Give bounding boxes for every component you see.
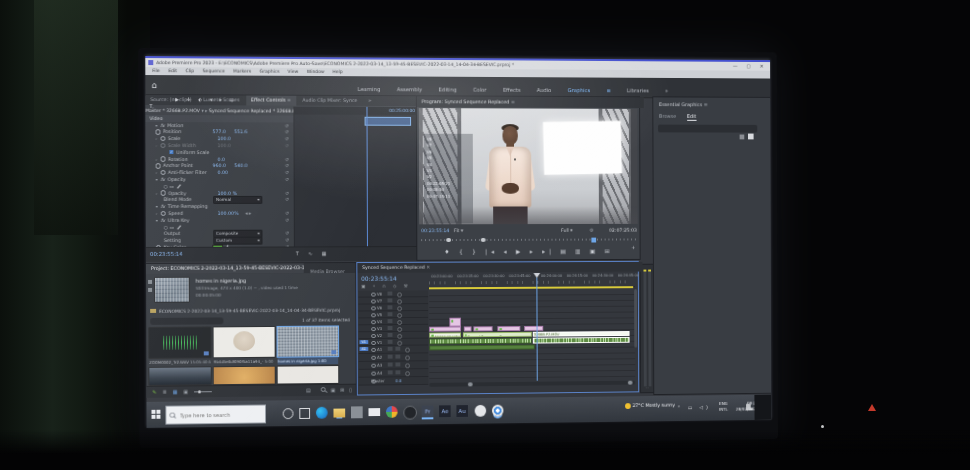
track-toggle[interactable]	[388, 340, 393, 344]
clip-video-v1[interactable]: 3266B.P2.MOV	[429, 332, 461, 338]
solo-toggle[interactable]	[395, 355, 400, 359]
reset-icon[interactable]: ↺	[285, 211, 289, 216]
menu-graphics[interactable]: Graphics	[260, 69, 280, 74]
export-frame-icon[interactable]: ▣	[590, 247, 599, 254]
rect-mask-icon[interactable]: ▭	[170, 184, 176, 189]
freeform-view-icon[interactable]: ▣	[183, 388, 188, 394]
track-toggle[interactable]	[388, 319, 393, 323]
project-item-image[interactable]	[214, 327, 275, 357]
project-item-selected[interactable]	[277, 326, 338, 356]
new-bin-icon[interactable]: ▣	[331, 387, 336, 393]
project-item-partial[interactable]	[149, 367, 210, 385]
preview-thumbnail[interactable]	[155, 278, 189, 302]
close-icon[interactable]: ✕	[426, 265, 430, 270]
track-toggle[interactable]	[388, 312, 393, 316]
reset-icon[interactable]: ↺	[285, 197, 289, 202]
reset-icon[interactable]: ↺	[285, 164, 289, 169]
mute-toggle[interactable]	[388, 363, 393, 367]
zoom-handle-left[interactable]	[446, 238, 450, 242]
lock-icon[interactable]	[371, 327, 375, 332]
program-timecode[interactable]: 00:23:55:14	[421, 226, 449, 235]
track-toggle[interactable]	[388, 326, 393, 330]
lock-icon[interactable]	[371, 320, 375, 325]
clip-graphic-v2[interactable]	[463, 326, 471, 331]
track-header-master[interactable]: Master0.0	[359, 377, 429, 386]
play-preview-icon[interactable]	[148, 288, 152, 292]
pen-mask-icon[interactable]	[177, 184, 181, 188]
menu-file[interactable]: File	[152, 68, 160, 73]
timeline-tracks-area[interactable]: 3266B.P2.MOV Synced Sequence Re 3266B.P2…	[429, 289, 635, 379]
track-output-toggle[interactable]	[397, 327, 402, 332]
record-toggle[interactable]	[405, 363, 410, 368]
lock-icon[interactable]	[371, 364, 375, 369]
find-icon[interactable]	[316, 387, 326, 393]
language-indicator[interactable]: ENGINTL	[719, 401, 728, 413]
keyframe-playhead[interactable]	[366, 107, 367, 246]
track-toggle[interactable]	[387, 292, 392, 296]
zoom-handle-right[interactable]	[481, 237, 485, 241]
scrubber-track[interactable]	[421, 238, 636, 240]
lock-icon[interactable]	[371, 299, 375, 304]
window-controls[interactable]: — ▢ ✕	[733, 62, 768, 71]
keyframe-nav-icons[interactable]: ◂ ▸	[245, 211, 251, 216]
tools-strip[interactable]: ▶ ✛ ⬖ ◂ ▸ ▭	[175, 95, 266, 103]
menu-clip[interactable]: Clip	[186, 68, 195, 73]
reset-icon[interactable]: ↺	[285, 123, 289, 128]
horizontal-scrollbar[interactable]	[429, 381, 635, 387]
reset-icon[interactable]: ↺	[285, 238, 289, 243]
program-scrubber[interactable]	[421, 237, 636, 244]
comparison-view-icon[interactable]: ⊞	[605, 247, 614, 254]
timeline-timecode[interactable]: 00:23:55:14	[361, 275, 397, 282]
reset-icon[interactable]: ↺	[285, 130, 289, 135]
store-icon[interactable]	[351, 406, 363, 418]
clip-graphic-v2[interactable]	[474, 326, 493, 331]
mute-toggle[interactable]	[388, 371, 393, 375]
record-toggle[interactable]	[405, 347, 410, 352]
aftereffects-taskbar-icon[interactable]: Ae	[439, 405, 451, 417]
menu-window[interactable]: Window	[307, 69, 325, 74]
file-explorer-icon[interactable]	[333, 409, 345, 418]
start-button[interactable]	[151, 410, 160, 419]
audition-taskbar-icon[interactable]: Au	[456, 405, 468, 417]
clip-graphic-v2[interactable]	[498, 326, 521, 331]
mute-toggle[interactable]	[388, 347, 393, 351]
lock-icon[interactable]	[371, 292, 375, 297]
record-toggle[interactable]	[405, 355, 410, 360]
reset-icon[interactable]: ↺	[285, 218, 289, 223]
list-view-icon[interactable]: ≣	[163, 389, 167, 395]
resolution-dropdown[interactable]: Full ▾	[561, 226, 573, 235]
tab-media-browser[interactable]: Media Browser	[305, 267, 349, 274]
go-to-in-icon[interactable]: |◂	[485, 248, 498, 255]
app-light-icon[interactable]	[475, 405, 487, 417]
task-view-icon[interactable]	[299, 408, 310, 419]
track-output-toggle[interactable]	[397, 333, 402, 338]
automate-icon[interactable]: ▤	[306, 387, 311, 393]
track-output-toggle[interactable]	[397, 340, 402, 345]
settings-wrench-icon[interactable]: ⚙	[589, 226, 593, 235]
chrome-icon[interactable]	[492, 405, 504, 417]
program-tab[interactable]: Program: Synced Sequence Replaced ≡	[417, 96, 644, 108]
checkbox-checked-icon[interactable]: ✓	[169, 150, 173, 154]
track-output-toggle[interactable]	[397, 320, 402, 325]
stopwatch-icon[interactable]	[161, 170, 166, 175]
lock-icon[interactable]	[371, 313, 375, 318]
responsive-design-icon[interactable]	[740, 135, 745, 140]
photos-icon[interactable]	[386, 406, 398, 418]
app-circle-icon[interactable]	[403, 406, 417, 420]
poster-frame-icon[interactable]	[148, 280, 152, 284]
lock-icon[interactable]	[371, 341, 375, 346]
stopwatch-icon[interactable]	[155, 129, 160, 134]
effect-opacity[interactable]: ▾fxOpacity↺	[146, 176, 294, 183]
weather-widget[interactable]: 27°C Mostly sunny	[625, 403, 675, 409]
pen-mask-icon[interactable]	[178, 225, 182, 229]
lock-icon[interactable]	[371, 334, 375, 339]
project-search-box[interactable]	[150, 317, 223, 325]
lock-icon[interactable]	[371, 348, 375, 353]
lock-icon[interactable]	[371, 356, 375, 361]
delete-icon[interactable]: ▯	[349, 387, 352, 393]
panel-menu-icon[interactable]: ≡	[704, 101, 708, 107]
record-toggle[interactable]	[405, 371, 410, 376]
step-back-icon[interactable]: ◂	[504, 248, 511, 255]
stopwatch-icon[interactable]	[161, 211, 166, 216]
track-output-toggle[interactable]	[397, 299, 402, 304]
